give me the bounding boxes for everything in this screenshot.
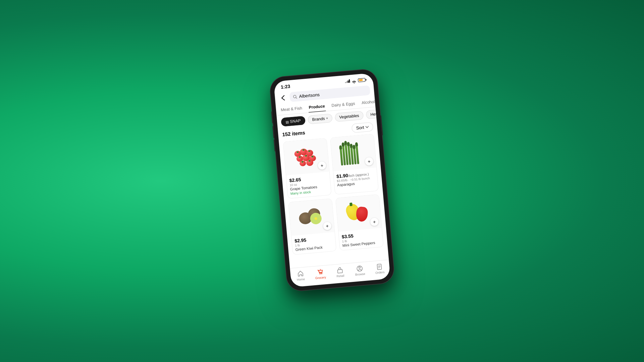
pepper-green-top (349, 202, 352, 206)
snap-icon: ▤ (285, 120, 289, 124)
snap-filter-chip[interactable]: ▤ SNAP (281, 116, 306, 127)
peppers-info: $3.55 1 lb Mini Sweet Peppers (338, 228, 383, 250)
svg-point-4 (321, 273, 322, 274)
snap-label: SNAP (290, 118, 301, 124)
battery-tip (366, 79, 366, 80)
signal-bar-2 (346, 81, 347, 83)
asparagus-visual (339, 140, 368, 166)
tomatoes-info: $2.65 10 oz Grape Tomatoes Many in stock (286, 172, 331, 198)
nav-label-orders: Orders (375, 270, 385, 275)
retail-icon (336, 267, 344, 274)
nav-item-retail[interactable]: Retail (330, 266, 351, 279)
signal-bar-1 (345, 82, 346, 83)
signal-icon (345, 79, 350, 83)
brands-label: Brands (312, 116, 325, 122)
svg-point-3 (319, 273, 320, 274)
nav-item-orders[interactable]: Orders (369, 262, 390, 275)
svg-line-2 (296, 98, 297, 99)
tab-alcohol[interactable]: Alcohol (361, 97, 375, 108)
svg-point-0 (354, 83, 355, 83)
asparagus-bundle (339, 140, 368, 166)
product-image-asparagus: + (330, 134, 376, 171)
status-icons (345, 78, 367, 83)
sort-chevron-icon (365, 126, 369, 128)
nav-item-grocery[interactable]: Grocery (310, 268, 331, 280)
product-image-kiwi: + (288, 199, 334, 236)
add-peppers-button[interactable]: + (370, 218, 379, 226)
signal-bar-3 (347, 80, 349, 83)
nav-label-browse: Browse (355, 272, 365, 277)
nav-label-retail: Retail (336, 274, 344, 278)
wifi-icon (352, 79, 357, 82)
search-input-value: Albertsons (299, 92, 320, 99)
items-count: 152 items (282, 130, 306, 137)
add-kiwi-button[interactable]: + (323, 222, 332, 230)
browse-icon (356, 265, 364, 272)
battery-icon (358, 78, 367, 82)
vegetables-filter-chip[interactable]: Vegetables (334, 111, 364, 122)
brands-filter-chip[interactable]: Brands ▾ (308, 114, 333, 124)
sort-button[interactable]: Sort (352, 122, 374, 133)
svg-rect-5 (337, 269, 342, 273)
orders-icon (376, 263, 383, 270)
product-image-tomatoes: + (283, 138, 329, 175)
battery-fill (359, 79, 363, 81)
grocery-icon (317, 268, 324, 276)
vegetables-label: Vegetables (339, 113, 359, 120)
nav-label-grocery: Grocery (315, 276, 326, 280)
tomatoes-visual (292, 144, 321, 170)
kiwi-info: $2.95 1 lb Green Kiwi Pack (291, 232, 336, 254)
product-grid: + $2.65 10 oz Grape Tomatoes Many in sto… (279, 133, 389, 268)
product-card-grape-tomatoes[interactable]: + $2.65 10 oz Grape Tomatoes Many in sto… (283, 138, 331, 199)
product-row-2: + $2.95 1 lb Green Kiwi Pack (288, 194, 384, 255)
svg-line-9 (378, 266, 380, 266)
pepper-red (356, 206, 368, 222)
search-icon (293, 95, 297, 99)
nav-item-browse[interactable]: Browse (350, 264, 370, 277)
product-row-1: + $2.65 10 oz Grape Tomatoes Many in sto… (283, 134, 379, 199)
nav-label-home: Home (297, 278, 305, 282)
phone-screen: 1:23 (274, 73, 391, 287)
svg-line-10 (378, 267, 380, 267)
tab-meat-fish[interactable]: Meat & Fish (280, 104, 303, 115)
herbs-label: Herbs (370, 111, 377, 117)
product-card-peppers[interactable]: + $3.55 1 lb Mini Sweet Peppers (335, 194, 384, 251)
back-button[interactable] (279, 94, 287, 102)
svg-point-7 (359, 267, 360, 268)
add-asparagus-button[interactable]: + (365, 157, 373, 166)
battery-body (358, 78, 366, 82)
tab-produce[interactable]: Produce (308, 102, 326, 112)
peppers-visual (344, 200, 373, 226)
signal-bar-4 (349, 79, 350, 83)
nav-item-home[interactable]: Home (290, 269, 311, 282)
home-icon (297, 270, 304, 278)
status-time: 1:23 (280, 83, 290, 89)
product-card-asparagus[interactable]: + $1.90/bch (approx.) $3.65/lb · ~0.51 l… (330, 134, 379, 195)
svg-point-1 (293, 95, 296, 98)
asparagus-info: $1.90/bch (approx.) $3.65/lb · ~0.51 lb … (333, 168, 378, 190)
brands-chevron-icon: ▾ (326, 117, 328, 120)
sort-label: Sort (356, 125, 364, 130)
product-card-kiwi[interactable]: + $2.95 1 lb Green Kiwi Pack (288, 198, 336, 255)
kiwi-visual (297, 204, 326, 231)
phone-device: 1:23 (269, 69, 395, 292)
herbs-filter-chip[interactable]: Herbs (366, 109, 377, 119)
product-image-peppers: + (336, 194, 382, 232)
add-tomatoes-button[interactable]: + (318, 161, 326, 170)
